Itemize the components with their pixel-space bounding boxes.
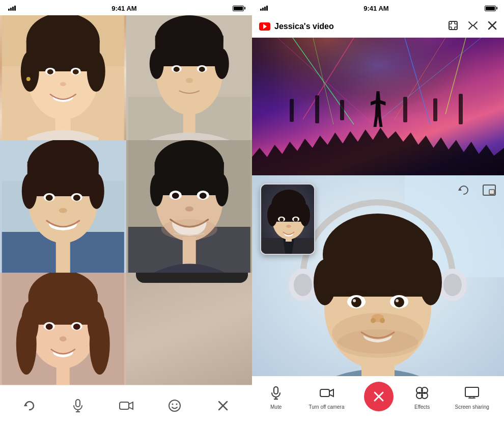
person-1-bg (0, 15, 126, 140)
mic-icon-right (267, 384, 285, 402)
person-1-face (0, 15, 126, 140)
right-battery-icon (485, 6, 496, 11)
mic-svg-left (72, 399, 84, 413)
bar1 (8, 9, 10, 11)
hand-6 (459, 94, 463, 124)
hand-4 (403, 97, 407, 122)
close-button-left[interactable] (208, 392, 238, 419)
camera-label: Turn off camera (309, 404, 344, 410)
rotate-button[interactable] (14, 392, 45, 419)
pip-svg (467, 20, 479, 31)
camera-off-button[interactable]: Turn off camera (304, 381, 348, 413)
mic-svg-right (270, 386, 282, 400)
person-2-face (126, 15, 253, 140)
svg-point-147 (279, 218, 284, 222)
left-signal (8, 6, 16, 11)
pip-expand-icon[interactable] (481, 181, 498, 199)
yt-play-svg (262, 23, 267, 30)
person-5-bg (0, 273, 126, 385)
person-4-bg (126, 140, 253, 273)
mute-button-left[interactable] (63, 392, 93, 419)
svg-rect-154 (274, 387, 278, 394)
svg-rect-69 (57, 365, 70, 385)
pip-icon[interactable] (467, 20, 479, 33)
svg-rect-76 (76, 400, 80, 407)
yt-header: Jessica's video (252, 15, 504, 38)
svg-point-20 (214, 48, 229, 79)
signal-bars-right (260, 6, 268, 11)
right-battery (485, 6, 496, 11)
svg-point-83 (176, 403, 177, 405)
svg-point-119 (294, 274, 312, 296)
video-cell-5[interactable] (0, 273, 126, 385)
video-cell-4[interactable] (126, 140, 253, 273)
expand-svg (448, 20, 458, 31)
svg-point-82 (172, 403, 173, 405)
svg-marker-80 (129, 402, 133, 409)
video-cell-2[interactable] (126, 15, 253, 140)
svg-point-66 (46, 324, 53, 330)
close-icon-right-header[interactable] (488, 21, 497, 32)
svg-marker-158 (329, 389, 333, 397)
svg-rect-153 (489, 190, 494, 194)
hand-3 (340, 100, 344, 120)
video-cell-1[interactable] (0, 15, 126, 140)
left-phone: 9:41 AM (0, 0, 252, 422)
svg-point-11 (60, 82, 66, 86)
svg-point-63 (90, 313, 110, 375)
svg-line-99 (473, 25, 477, 29)
svg-point-13 (26, 77, 31, 81)
svg-marker-75 (24, 403, 27, 406)
left-battery-area (233, 6, 244, 11)
svg-rect-59 (29, 294, 98, 325)
rbar1 (260, 9, 262, 11)
person-5-face (0, 273, 126, 385)
svg-point-129 (351, 297, 361, 307)
svg-point-39 (73, 195, 80, 201)
share-screen-item[interactable]: Your screen (136, 273, 248, 279)
hand-1 (290, 99, 294, 122)
svg-point-47 (150, 174, 163, 206)
screen-sharing-label: Screen sharing (455, 404, 489, 410)
person-6-bg (126, 273, 253, 385)
video-grid: YouTube Your screen (0, 15, 252, 385)
svg-point-24 (199, 67, 205, 72)
rbar4 (266, 6, 268, 11)
left-time: 9:41 AM (111, 5, 136, 12)
svg-point-81 (169, 400, 180, 411)
concert-video[interactable] (252, 38, 504, 175)
expand-icon[interactable] (448, 20, 458, 33)
svg-point-40 (59, 208, 67, 213)
camera-svg-left (119, 400, 134, 411)
svg-point-23 (173, 67, 179, 72)
right-phone: 9:41 AM Jessica's video (252, 0, 504, 422)
right-status-bar: 9:41 AM (252, 0, 504, 15)
end-call-button[interactable] (364, 382, 394, 411)
emoji-svg-left (168, 399, 181, 412)
svg-point-35 (89, 173, 104, 209)
camera-svg-right (319, 387, 334, 399)
video-cell-3[interactable] (0, 140, 126, 273)
svg-point-132 (396, 299, 399, 302)
yt-header-left: Jessica's video (259, 22, 334, 31)
left-battery-fill (234, 7, 243, 10)
camera-button-left[interactable] (111, 392, 142, 419)
svg-rect-150 (286, 236, 292, 242)
svg-rect-18 (155, 36, 223, 66)
mute-button-right[interactable]: Mute (263, 381, 289, 413)
effects-button[interactable]: Effects (409, 381, 435, 413)
end-call-svg (372, 390, 385, 403)
right-time: 9:41 AM (363, 5, 388, 12)
svg-point-136 (337, 329, 418, 358)
rbar2 (262, 8, 264, 11)
effects-label: Effects (414, 404, 430, 410)
svg-line-98 (469, 25, 472, 29)
effects-svg (415, 386, 429, 400)
rotate-icon (20, 397, 39, 415)
svg-marker-86 (263, 24, 267, 29)
svg-line-96 (469, 22, 472, 25)
emoji-button-left[interactable] (159, 392, 190, 419)
screen-sharing-button[interactable]: Screen sharing (451, 381, 493, 413)
svg-rect-6 (26, 41, 100, 71)
video-rotate-icon[interactable] (455, 181, 472, 199)
